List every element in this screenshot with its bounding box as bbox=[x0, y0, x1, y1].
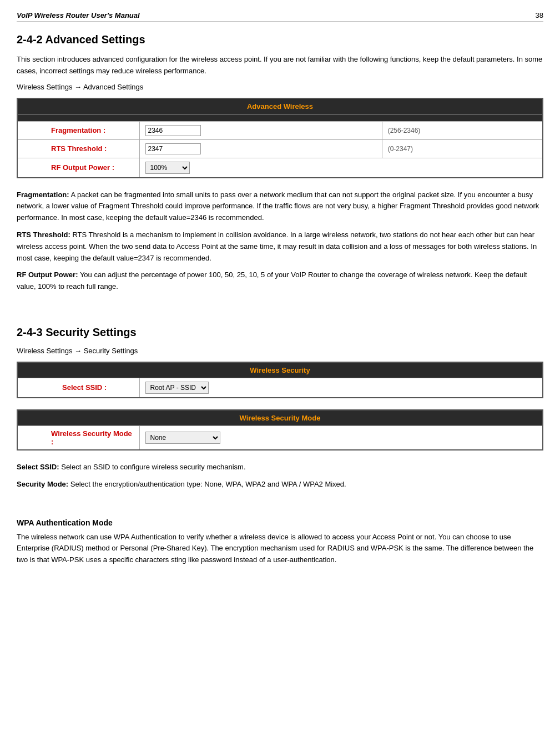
ssid-desc: Select SSID: Select an SSID to configure… bbox=[17, 462, 543, 473]
security-mode-dropdown[interactable]: None WPA WPA2 WPA / WPA2 Mixed bbox=[145, 432, 220, 444]
rts-threshold-hint: (0-2347) bbox=[382, 139, 543, 158]
ssid-term: Select SSID: bbox=[17, 463, 59, 471]
wpa-auth-title: WPA Authentication Mode bbox=[17, 518, 543, 527]
section-243-nav: Wireless Settings → Security Settings bbox=[17, 347, 543, 355]
rts-threshold-row: RTS Threshold : (0-2347) bbox=[17, 139, 543, 158]
select-ssid-label: Select SSID : bbox=[17, 378, 139, 398]
rf-output-select[interactable]: 100% 50% 25% 10% 5% bbox=[145, 162, 190, 174]
rf-output-value-cell[interactable]: 100% 50% 25% 10% 5% bbox=[139, 158, 543, 178]
security-mode-term: Security Mode: bbox=[17, 480, 68, 488]
security-mode-value-cell[interactable]: None WPA WPA2 WPA / WPA2 Mixed bbox=[139, 425, 543, 450]
fragmentation-input[interactable] bbox=[145, 125, 201, 136]
wireless-security-mode-table: Wireless Security Mode Wireless Security… bbox=[17, 409, 543, 450]
security-mode-desc: Security Mode: Select the encryption/aut… bbox=[17, 479, 543, 490]
fragmentation-row: Fragmentation : (256-2346) bbox=[17, 121, 543, 139]
wireless-security-mode-header: Wireless Security Mode bbox=[17, 410, 543, 426]
section-242-intro: This section introduces advanced configu… bbox=[17, 54, 543, 77]
fragmentation-label: Fragmentation : bbox=[17, 121, 139, 139]
advanced-wireless-header: Advanced Wireless bbox=[17, 98, 543, 114]
rf-desc-text: You can adjust the percentage of power 1… bbox=[17, 271, 527, 291]
section-243: 2-4-3 Security Settings Wireless Setting… bbox=[17, 326, 543, 566]
rts-threshold-input[interactable] bbox=[145, 143, 201, 154]
manual-title: VoIP Wireless Router User's Manual bbox=[17, 11, 140, 19]
wpa-auth-section: WPA Authentication Mode The wireless net… bbox=[17, 518, 543, 566]
section-242-title: 2-4-2 Advanced Settings bbox=[17, 33, 543, 46]
rf-output-label: RF Output Power : bbox=[17, 158, 139, 178]
rf-desc: RF Output Power: You can adjust the perc… bbox=[17, 269, 543, 293]
fragmentation-value-cell[interactable] bbox=[139, 121, 382, 139]
security-mode-desc-text: Select the encryption/authentication typ… bbox=[68, 480, 346, 488]
section-243-title: 2-4-3 Security Settings bbox=[17, 326, 543, 339]
security-mode-label: Wireless Security Mode : bbox=[17, 425, 139, 450]
rts-threshold-label: RTS Threshold : bbox=[17, 139, 139, 158]
rts-term: RTS Threshold: bbox=[17, 231, 70, 239]
ssid-desc-text: Select an SSID to configure wireless sec… bbox=[59, 463, 246, 471]
select-ssid-dropdown[interactable]: Root AP - SSID bbox=[145, 382, 209, 394]
rts-desc-text: RTS Threshold is a mechanism to implemen… bbox=[17, 231, 537, 262]
advanced-wireless-table: Advanced Wireless Fragmentation : (256-2… bbox=[17, 98, 543, 178]
rf-term: RF Output Power: bbox=[17, 271, 78, 279]
wireless-security-table: Wireless Security Select SSID : Root AP … bbox=[17, 362, 543, 398]
fragmentation-desc-text: A packet can be fragmented into small un… bbox=[17, 191, 539, 222]
wpa-auth-text: The wireless network can use WPA Authent… bbox=[17, 532, 543, 566]
section-242: 2-4-2 Advanced Settings This section int… bbox=[17, 33, 543, 293]
rts-threshold-value-cell[interactable] bbox=[139, 139, 382, 158]
page-number: 38 bbox=[536, 11, 543, 19]
page-header: VoIP Wireless Router User's Manual 38 bbox=[17, 11, 543, 22]
rts-desc: RTS Threshold: RTS Threshold is a mechan… bbox=[17, 229, 543, 264]
select-ssid-value-cell[interactable]: Root AP - SSID bbox=[139, 378, 543, 398]
fragmentation-hint: (256-2346) bbox=[382, 121, 543, 139]
rf-output-row: RF Output Power : 100% 50% 25% 10% 5% bbox=[17, 158, 543, 178]
fragmentation-term: Fragmentation: bbox=[17, 191, 69, 199]
section-242-nav: Wireless Settings → Advanced Settings bbox=[17, 83, 543, 91]
wireless-security-header: Wireless Security bbox=[17, 362, 543, 378]
fragmentation-desc: Fragmentation: A packet can be fragmente… bbox=[17, 189, 543, 224]
